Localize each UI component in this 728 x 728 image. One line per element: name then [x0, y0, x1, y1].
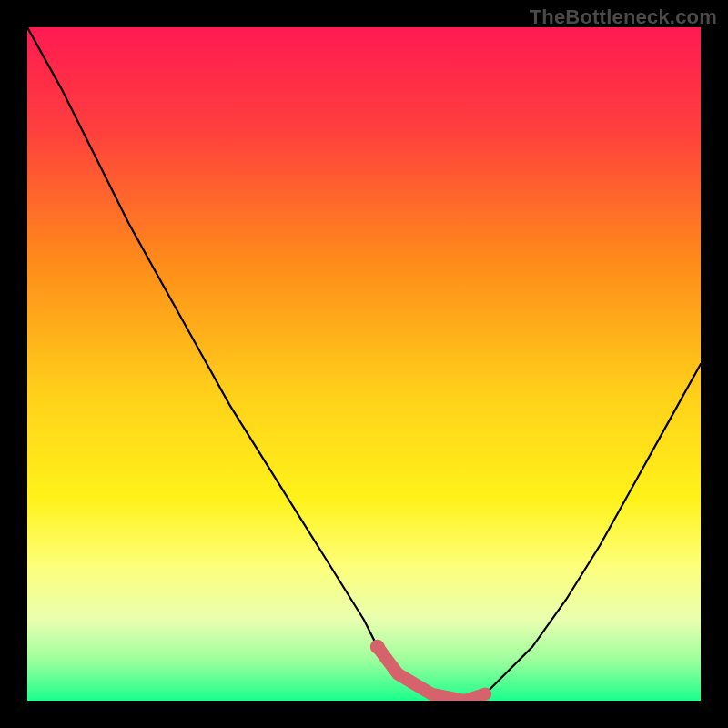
chart-container: TheBottleneck.com [0, 0, 728, 728]
plot-area [27, 27, 701, 701]
curve-layer [27, 27, 701, 701]
bottleneck-curve [27, 27, 701, 701]
optimal-highlight-dot [370, 640, 385, 654]
watermark-text: TheBottleneck.com [530, 5, 717, 29]
optimal-highlight [378, 647, 485, 701]
